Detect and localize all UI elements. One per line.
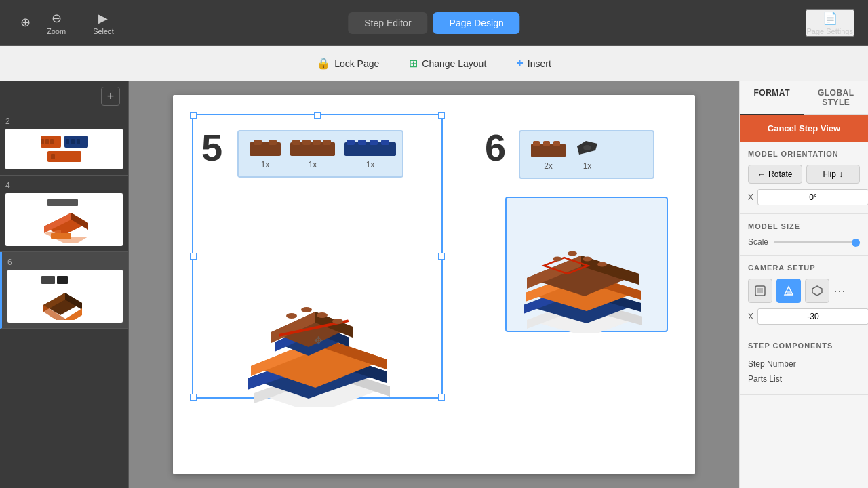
model-size-section: MODEL SIZE Scale — [740, 214, 868, 256]
canvas[interactable]: 5 1x — [173, 95, 695, 474]
svg-rect-7 — [77, 139, 80, 144]
svg-rect-9 — [51, 154, 55, 159]
camera-x-input[interactable] — [757, 308, 868, 325]
parts-list-item[interactable]: Parts List — [748, 371, 860, 386]
thumb-inner-4 — [5, 193, 123, 246]
model-size-title: MODEL SIZE — [748, 222, 860, 230]
zoom-out-icon: ⊖ — [52, 11, 62, 26]
svg-rect-1 — [41, 139, 44, 144]
svg-rect-3 — [50, 139, 54, 144]
step6-parts-box: 2x 1x — [519, 130, 654, 179]
step6-part-2: 1x — [574, 138, 601, 171]
page-settings-icon: 📄 — [823, 11, 837, 26]
camera-x-row: X Y — [748, 308, 860, 325]
camera-view-3-button[interactable] — [805, 279, 829, 303]
camera-view-1-button[interactable] — [748, 279, 772, 303]
svg-rect-29 — [313, 140, 321, 145]
camera-view-3-icon — [810, 284, 824, 298]
rotate-arrow-left-icon: ← — [757, 169, 766, 179]
scale-slider[interactable] — [774, 241, 860, 243]
sel-handle-tr[interactable] — [438, 112, 445, 119]
step5-parts-box: 1x 1x — [237, 130, 403, 178]
zoom-out-button[interactable]: ⊖ Zoom — [40, 7, 73, 39]
x-input[interactable] — [757, 189, 868, 205]
lock-page-button[interactable]: 🔒 Lock Page — [309, 53, 387, 74]
step-components-title: STEP COMPONENTS — [748, 342, 860, 350]
sel-handle-bl[interactable] — [190, 394, 197, 401]
page-thumb-4[interactable]: 4 — [0, 176, 128, 252]
step5-part-1: 1x — [248, 138, 282, 169]
step5-count-3: 1x — [366, 160, 375, 169]
step6-brick1-svg — [530, 140, 567, 159]
camera-more-icon[interactable]: ⋯ — [833, 283, 846, 298]
thumb-inner-2 — [5, 129, 123, 169]
zoom-in-button[interactable]: ⊕ — [14, 11, 37, 35]
step-components-section: STEP COMPONENTS Step Number Parts List — [740, 333, 868, 395]
sidebar: + 2 — [0, 81, 129, 488]
camera-setup-section: CAMERA SETUP — [740, 256, 868, 333]
step5-number: 5 — [201, 129, 222, 167]
right-panel: FORMAT GLOBAL STYLE Cancel Step View MOD… — [739, 81, 868, 488]
step6-brick2-svg — [574, 138, 601, 159]
canvas-area[interactable]: 5 1x — [129, 81, 739, 488]
page-thumb-6[interactable]: 6 — [0, 252, 128, 329]
svg-rect-5 — [66, 139, 69, 144]
svg-rect-60 — [553, 141, 560, 146]
step5-brick3-svg — [343, 138, 397, 157]
step6-number: 6 — [485, 129, 506, 167]
left-tools: ⊕ ⊖ Zoom ▶ Select — [14, 7, 121, 39]
flip-label: Flip — [823, 169, 836, 179]
change-layout-button[interactable]: ⊞ Change Layout — [401, 53, 494, 74]
sel-handle-tm[interactable] — [314, 112, 321, 119]
scale-label: Scale — [748, 237, 768, 247]
page-num-6: 6 — [7, 258, 123, 267]
flip-arrow-down-icon: ↓ — [839, 169, 843, 179]
camera-view-2-button[interactable] — [776, 279, 801, 303]
camera-view-2-icon — [782, 284, 795, 298]
x-row: X Y — [748, 189, 860, 205]
sel-handle-tl[interactable] — [190, 112, 197, 119]
svg-marker-84 — [812, 286, 822, 296]
svg-rect-28 — [302, 140, 311, 145]
page-thumb-2[interactable]: 2 — [0, 111, 128, 176]
step-editor-tab[interactable]: Step Editor — [348, 12, 427, 34]
svg-rect-27 — [292, 140, 300, 145]
svg-point-55 — [332, 319, 343, 324]
flip-button[interactable]: Flip ↓ — [806, 165, 861, 184]
svg-text:✥: ✥ — [314, 335, 323, 346]
sidebar-add-row: + — [0, 81, 128, 111]
page-settings-button[interactable]: 📄 Page Settings — [806, 9, 855, 37]
svg-point-62 — [583, 145, 591, 150]
sel-handle-mr[interactable] — [438, 253, 445, 260]
tab-global-style[interactable]: GLOBAL STYLE — [804, 81, 869, 114]
select-button[interactable]: ▶ Select — [86, 7, 121, 39]
step5-part-2: 1x — [289, 138, 336, 169]
svg-rect-10 — [47, 199, 78, 206]
svg-point-78 — [583, 257, 592, 262]
page-toolbar: 🔒 Lock Page ⊞ Change Layout + Insert — [0, 46, 868, 81]
scale-thumb — [852, 239, 860, 247]
step5-count-2: 1x — [309, 160, 317, 169]
rotate-button[interactable]: ← Rotate — [748, 165, 802, 184]
step6-model-svg — [507, 198, 669, 333]
step5-brick1-svg — [248, 138, 282, 157]
thumb-svg-4 — [37, 196, 92, 243]
sel-handle-ml[interactable] — [190, 253, 197, 260]
cancel-step-view-button[interactable]: Cancel Step View — [740, 115, 868, 142]
thumb-inner-6 — [7, 270, 123, 323]
tab-format[interactable]: FORMAT — [740, 81, 804, 115]
select-tool-group: ▶ Select — [86, 7, 121, 39]
thumb-svg-2 — [37, 132, 92, 166]
svg-rect-32 — [347, 140, 355, 145]
add-page-button[interactable]: + — [101, 87, 120, 106]
zoom-tool-group: ⊕ ⊖ Zoom — [14, 7, 73, 39]
camera-view-1-icon — [753, 284, 767, 298]
sel-handle-br[interactable] — [438, 394, 445, 401]
step-number-item[interactable]: Step Number — [748, 357, 860, 371]
step5-model: ✥ — [214, 251, 417, 409]
page-design-tab[interactable]: Page Design — [433, 12, 520, 34]
insert-button[interactable]: + Insert — [508, 52, 559, 75]
x-label: X — [748, 192, 753, 202]
step6-count-1: 2x — [544, 161, 553, 171]
step6-model-box[interactable] — [505, 197, 668, 332]
